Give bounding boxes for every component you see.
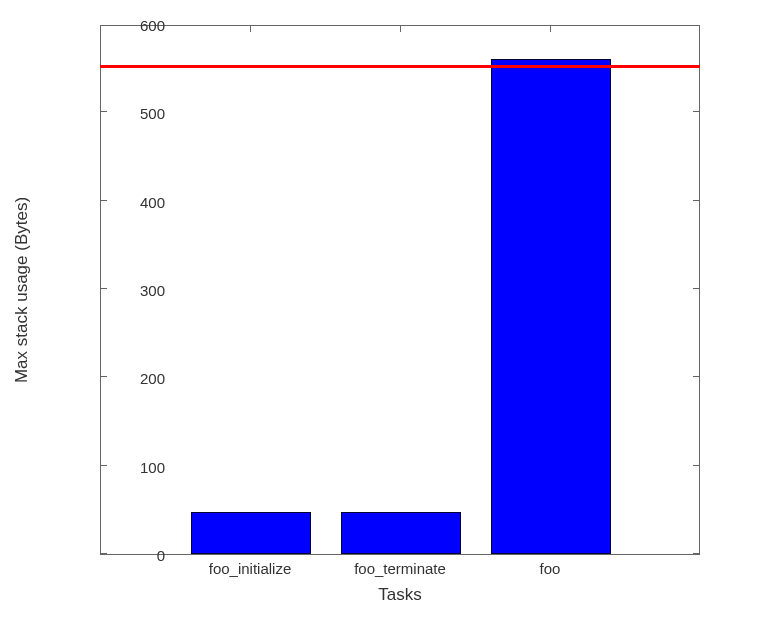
xtick-label: foo_terminate [354, 560, 446, 577]
ytick-label: 300 [105, 282, 165, 299]
ytick-label: 200 [105, 370, 165, 387]
ytick-label: 500 [105, 105, 165, 122]
ytick-label: 600 [105, 17, 165, 34]
ytick-label: 0 [105, 547, 165, 564]
threshold-line [100, 65, 700, 68]
x-axis-label: Tasks [378, 585, 421, 605]
chart-figure: 0 100 200 300 400 500 600 foo_initialize… [0, 0, 773, 633]
plot-area [100, 25, 700, 555]
y-axis-label: Max stack usage (Bytes) [12, 197, 32, 383]
ytick-label: 400 [105, 193, 165, 210]
bar-foo-terminate [341, 512, 461, 554]
ytick-label: 100 [105, 458, 165, 475]
bar-foo-initialize [191, 512, 311, 554]
xtick-label: foo [540, 560, 561, 577]
bar-foo [491, 59, 611, 554]
xtick-label: foo_initialize [209, 560, 292, 577]
